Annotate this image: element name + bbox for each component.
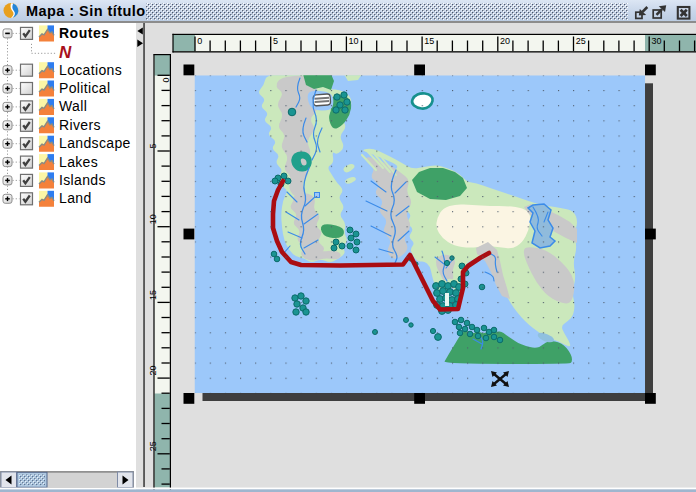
svg-text:0: 0 [197, 36, 202, 46]
svg-text:25: 25 [148, 441, 158, 451]
svg-text:0: 0 [161, 78, 171, 83]
svg-text:15: 15 [148, 290, 158, 300]
svg-text:10: 10 [349, 36, 359, 46]
svg-text:20: 20 [148, 366, 158, 376]
svg-text:N: N [59, 43, 72, 62]
svg-text:10: 10 [148, 214, 158, 224]
svg-text:15: 15 [424, 36, 434, 46]
svg-text:30: 30 [651, 36, 661, 46]
svg-text:5: 5 [273, 36, 278, 46]
svg-text:25: 25 [576, 36, 586, 46]
svg-text:20: 20 [500, 36, 510, 46]
svg-text:5: 5 [148, 143, 158, 148]
